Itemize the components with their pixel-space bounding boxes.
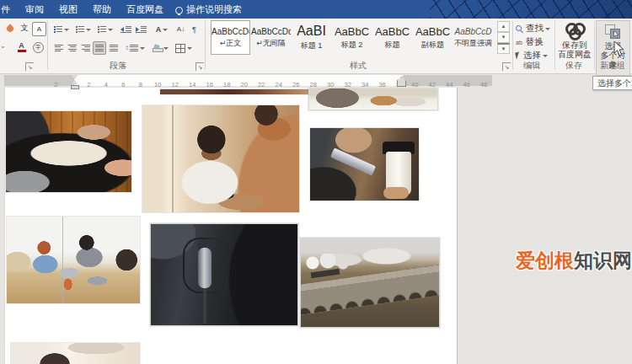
shading-button[interactable] <box>150 41 170 55</box>
paragraph-dialog-launcher[interactable]: ↘ <box>195 62 204 71</box>
menu-item-tell-me[interactable]: 操作说明搜索 <box>186 3 242 16</box>
dropdown-caret-icon <box>86 29 91 31</box>
find-label: 查找 <box>526 23 544 35</box>
dropdown-caret-icon <box>163 29 168 31</box>
tooltip: 选择多个对象 <box>592 76 632 90</box>
watermark-part2: 知识网 <box>574 249 632 271</box>
style-preview: AaBI <box>292 24 331 39</box>
style-preview: AaBbCcDd <box>212 27 249 36</box>
photo-father-child[interactable] <box>142 105 299 212</box>
align-right-icon <box>82 45 90 52</box>
find-button[interactable]: 查找 <box>516 23 550 35</box>
titlebar-decoration <box>430 0 632 19</box>
format-painter-button[interactable] <box>3 22 17 35</box>
replace-label: 替换 <box>526 36 544 48</box>
baidu-netdisk-icon <box>565 22 585 39</box>
photo-tablet-meeting[interactable] <box>6 111 131 192</box>
dropdown-caret-icon <box>108 29 113 31</box>
replace-icon: ab <box>516 40 522 46</box>
ribbon: 文 A ⌄ A 字 ↘ A A↓ ¶ ↕ <box>0 19 632 74</box>
left-indent-marker[interactable] <box>71 85 79 90</box>
paragraph-marks-icon: ¶ <box>192 26 196 34</box>
ruler-number: 44 <box>441 79 458 90</box>
style-gallery-more-button[interactable]: ▼ <box>497 43 510 54</box>
menu-item-file-partial[interactable]: 件 <box>1 3 10 16</box>
photo-phone-coffee[interactable] <box>310 128 419 201</box>
distribute-button[interactable] <box>107 41 121 55</box>
align-left-icon <box>55 45 63 52</box>
distribute-icon <box>110 45 118 52</box>
chevron-partial-icon[interactable]: ⌄ <box>0 42 6 50</box>
menu-item-help[interactable]: 帮助 <box>93 3 111 16</box>
style-label: ↵无间隔 <box>251 38 291 49</box>
ruler-number: 20 <box>236 79 254 90</box>
watermark-part1: 爱创根 <box>516 249 574 271</box>
multilevel-list-button[interactable] <box>96 23 115 36</box>
ruler-number: 14 <box>184 79 201 90</box>
decrease-indent-button[interactable] <box>118 23 133 36</box>
first-line-indent-marker[interactable] <box>71 75 78 79</box>
decrease-indent-icon <box>121 26 131 34</box>
menu-item-review[interactable]: 审阅 <box>25 3 44 16</box>
style-item-h2[interactable]: AaBbC标题 2 <box>332 20 372 55</box>
justify-button[interactable] <box>93 41 106 55</box>
style-item-title[interactable]: AaBbC标题 <box>372 20 412 55</box>
ruler-left-numbers: 2 <box>47 75 65 90</box>
menu-item-baidu-netdisk[interactable]: 百度网盘 <box>126 3 163 16</box>
ruler-number: 12 <box>167 79 185 90</box>
enclose-character-button[interactable]: 字 <box>31 40 45 54</box>
menu-item-view[interactable]: 视图 <box>59 3 78 16</box>
line-spacing-button[interactable]: ↕ <box>125 41 145 55</box>
ruler-number: 40 <box>406 79 424 90</box>
style-item-body[interactable]: AaBbCcDd↵无间隔 <box>251 20 291 55</box>
bullets-button[interactable] <box>52 23 71 36</box>
ruler-number: 48 <box>475 79 493 90</box>
format-painter-icon <box>5 24 14 33</box>
replace-button[interactable]: ab 替换 <box>516 36 544 48</box>
numbering-button[interactable] <box>74 23 93 36</box>
style-item-h1[interactable]: AaBI标题 1 <box>292 20 331 55</box>
style-gallery-scrollbar: ▲ ▼ ▼ <box>497 21 510 54</box>
align-center-icon <box>68 45 77 52</box>
ruler-number: 46 <box>458 79 476 90</box>
style-item-subtle[interactable]: AaBbCcD不明显强调 <box>453 20 493 55</box>
align-left-button[interactable] <box>52 41 66 55</box>
phonetic-guide-button[interactable]: 文 <box>18 21 31 35</box>
search-icon <box>516 25 522 32</box>
photo-viaduct-train[interactable] <box>300 238 440 328</box>
style-label: 标题 2 <box>332 40 372 51</box>
align-right-button[interactable] <box>79 41 93 55</box>
photo-crop-top-right[interactable] <box>308 88 438 110</box>
ruler-right-numbers: 4042444648 <box>406 75 499 90</box>
align-center-button[interactable] <box>66 41 79 55</box>
sort-button[interactable]: A↓ <box>174 23 188 36</box>
select-cursor-icon <box>515 52 521 60</box>
character-border-button[interactable]: A <box>32 22 46 36</box>
asian-layout-button[interactable]: A <box>152 23 172 36</box>
font-color-button[interactable]: A <box>15 40 28 54</box>
hanging-indent-marker[interactable] <box>71 80 78 84</box>
style-label: 副标题 <box>413 40 453 51</box>
increase-indent-button[interactable] <box>133 23 148 36</box>
group-separator <box>47 21 48 70</box>
line-spacing-lines-icon <box>130 45 138 52</box>
editing-group-label: 编辑 <box>510 60 554 72</box>
photo-studio-mic[interactable] <box>150 223 298 326</box>
save-button-line2: 百度网盘 <box>558 50 592 59</box>
borders-button[interactable] <box>174 41 194 55</box>
style-scroll-down-button[interactable]: ▼ <box>497 32 510 43</box>
style-item-subtitle[interactable]: AaBbC副标题 <box>413 20 453 55</box>
photo-team-meeting[interactable] <box>7 217 140 303</box>
photo-crop-bottom-left[interactable] <box>11 343 140 364</box>
justify-icon <box>95 45 104 52</box>
style-item-body[interactable]: AaBbCcDd↵正文 <box>211 20 250 55</box>
save-to-baidu-netdisk-button[interactable]: 保存到 百度网盘 <box>557 22 592 59</box>
paragraph-marks-button[interactable]: ¶ <box>188 23 201 36</box>
group-separator <box>205 21 206 70</box>
font-dialog-launcher[interactable]: ↘ <box>25 62 34 71</box>
ruler-number: 8 <box>132 79 150 90</box>
ruler-number: 24 <box>270 79 288 90</box>
style-scroll-up-button[interactable]: ▲ <box>497 21 510 32</box>
mic-body-shape <box>198 248 212 288</box>
ruler-number: 32 <box>340 79 357 90</box>
